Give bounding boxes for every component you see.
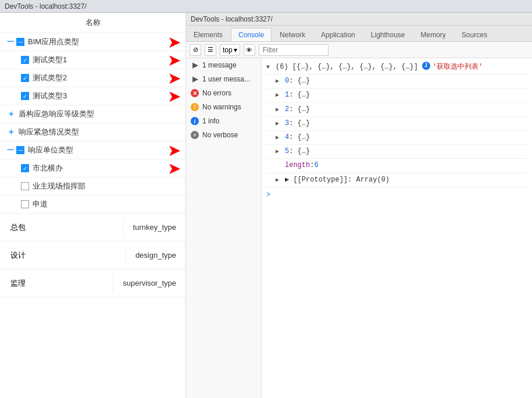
label-test2: 测试类型2 <box>33 73 67 83</box>
item5-expand[interactable]: ▶ <box>276 146 283 157</box>
top-dropdown-icon: ▾ <box>234 46 237 54</box>
console-array-line: ▼ (6) [{…}, {…}, {…}, {…}, {…}, {…}] i '… <box>266 61 527 74</box>
filter-input[interactable] <box>259 44 329 56</box>
prototype-text: ▶ [[Prototype]]: Array(0) <box>285 175 390 186</box>
devtools-title-bar: DevTools - localhost:3327/ <box>186 13 532 26</box>
type-row-design[interactable]: 设计 design_type <box>0 241 185 269</box>
console-array-header: (6) [{…}, {…}, {…}, {…}, {…}, {…}] <box>276 62 418 73</box>
label-bim-root: BIM应用点类型 <box>28 37 79 47</box>
left-panel: 名称 一 BIM应用点类型 ➤ 测试类型1 ➤ 测试类型2 ➤ 测试类型3 ➤ <box>0 13 186 398</box>
devtools-tabs: Elements Console Network Application Lig… <box>186 26 532 42</box>
checkbox-shendao[interactable] <box>21 200 29 208</box>
msg-item-usermessage[interactable]: ▶ 1 user messa... <box>186 72 261 86</box>
console-filter-button[interactable]: ☰ <box>205 44 216 56</box>
prototype-expand[interactable]: ▶ <box>276 175 283 185</box>
eye-button[interactable]: 👁 <box>244 44 255 56</box>
browser-title: DevTools - localhost:3327/ <box>5 2 87 10</box>
checkbox-city-unit[interactable] <box>21 164 29 172</box>
tree-item-bim-root[interactable]: 一 BIM应用点类型 ➤ <box>0 33 185 51</box>
tab-application[interactable]: Application <box>313 28 363 41</box>
console-length: length: 6 <box>266 159 527 173</box>
msg-item-warnings[interactable]: ! No warnings <box>186 100 261 114</box>
item5-key: 5 <box>285 146 289 157</box>
checkbox-test1[interactable] <box>21 56 29 64</box>
tree-item-unit-root[interactable]: 一 响应单位类型 ➤ <box>0 141 185 159</box>
tab-sources[interactable]: Sources <box>454 28 495 41</box>
label-design: 设计 <box>10 250 26 261</box>
tree-item-emergency[interactable]: ＋ 响应紧急情况类型 <box>0 123 185 141</box>
length-key: length <box>285 160 310 171</box>
console-item-3: ▶ 3: {…} <box>266 117 527 131</box>
array-expand-btn[interactable]: ▼ <box>266 62 273 72</box>
console-item-1: ▶ 1: {…} <box>266 88 527 102</box>
console-prompt[interactable]: > <box>266 187 527 203</box>
label-total: 总包 <box>10 222 26 233</box>
type-row-design-right: design_type <box>126 247 185 263</box>
type-row-total-right: turnkey_type <box>124 219 185 235</box>
tab-elements[interactable]: Elements <box>186 28 230 41</box>
console-prototype: ▶ ▶ [[Prototype]]: Array(0) <box>266 173 527 187</box>
msg-label-verbose: No verbose <box>202 131 238 139</box>
item1-expand[interactable]: ▶ <box>276 90 283 100</box>
type-row-supervisor[interactable]: 监理 supervisor_type <box>0 269 185 297</box>
type-row-total[interactable]: 总包 turnkey_type <box>0 214 185 241</box>
verbose-icon: ≡ <box>191 131 199 139</box>
type-row-supervisor-left: 监理 <box>0 275 113 292</box>
top-selector[interactable]: top ▾ <box>220 44 240 56</box>
item0-key: 0 <box>285 76 289 87</box>
type-row-supervisor-right: supervisor_type <box>113 275 185 291</box>
expand-icon-1message: ▶ <box>191 61 199 69</box>
tree-item-city-unit[interactable]: 市北横办 ➤ <box>0 159 185 177</box>
tree-item-test2[interactable]: 测试类型2 ➤ <box>0 69 185 87</box>
checkbox-site-command[interactable] <box>21 182 29 190</box>
item0-expand[interactable]: ▶ <box>276 76 283 86</box>
tab-memory[interactable]: Memory <box>413 28 454 41</box>
checkbox-bim-root[interactable] <box>16 38 24 46</box>
item3-key: 3 <box>285 118 289 129</box>
console-output: ▼ (6) [{…}, {…}, {…}, {…}, {…}, {…}] i '… <box>262 58 532 398</box>
msg-item-errors[interactable]: ✕ No errors <box>186 86 261 100</box>
tab-lighthouse[interactable]: Lighthouse <box>363 28 413 41</box>
total-type-value: turnkey_type <box>133 223 176 232</box>
console-highlight-text: '获取选中列表' <box>433 62 483 73</box>
collapse-icon-bim: 一 <box>7 37 14 47</box>
console-item-0: ▶ 0: {…} <box>266 74 527 88</box>
tree-item-shield[interactable]: ＋ 盾构应急响应等级类型 <box>0 105 185 123</box>
arrow-unit-root: ➤ <box>167 141 181 160</box>
arrow-test1: ➤ <box>167 51 181 70</box>
item3-expand[interactable]: ▶ <box>276 118 283 129</box>
devtools-toolbar: ⊘ ☰ top ▾ 👁 <box>186 42 532 58</box>
arrow-bim-root: ➤ <box>167 33 181 52</box>
tab-console[interactable]: Console <box>231 28 272 41</box>
msg-item-info[interactable]: i 1 info <box>186 114 261 128</box>
expand-icon-usermessage: ▶ <box>191 75 199 83</box>
msg-label-warnings: No warnings <box>202 103 241 111</box>
checkbox-test2[interactable] <box>21 74 29 82</box>
info-icon: i <box>191 117 199 125</box>
msg-item-verbose[interactable]: ≡ No verbose <box>186 128 261 142</box>
design-type-value: design_type <box>135 251 176 260</box>
error-icon: ✕ <box>191 89 199 97</box>
label-unit-root: 响应单位类型 <box>28 145 73 155</box>
console-info-badge: i <box>422 62 430 70</box>
arrow-city-unit: ➤ <box>167 159 181 178</box>
label-shendao: 申道 <box>33 199 48 209</box>
checkbox-test3[interactable] <box>21 92 29 100</box>
devtools-panel: DevTools - localhost:3327/ Elements Cons… <box>186 13 532 398</box>
tree-item-site-command[interactable]: 业主现场指挥部 <box>0 177 185 196</box>
checkbox-unit-root[interactable] <box>16 146 24 154</box>
top-label: top <box>223 46 233 54</box>
tree-item-shendao[interactable]: 申道 <box>0 196 185 214</box>
devtools-title-text: DevTools - localhost:3327/ <box>191 15 273 23</box>
clear-console-button[interactable]: ⊘ <box>190 44 201 56</box>
tree-item-test3[interactable]: 测试类型3 ➤ <box>0 87 185 105</box>
add-icon-shield: ＋ <box>7 109 15 119</box>
main-layout: 名称 一 BIM应用点类型 ➤ 测试类型1 ➤ 测试类型2 ➤ 测试类型3 ➤ <box>0 13 532 398</box>
tree-item-test1[interactable]: 测试类型1 ➤ <box>0 51 185 69</box>
item2-expand[interactable]: ▶ <box>276 104 283 115</box>
item4-expand[interactable]: ▶ <box>276 132 283 143</box>
tab-network[interactable]: Network <box>272 28 313 41</box>
msg-item-1message[interactable]: ▶ 1 message <box>186 58 261 72</box>
devtools-content: ▶ 1 message ▶ 1 user messa... ✕ No error… <box>186 58 532 398</box>
messages-panel: ▶ 1 message ▶ 1 user messa... ✕ No error… <box>186 58 262 398</box>
